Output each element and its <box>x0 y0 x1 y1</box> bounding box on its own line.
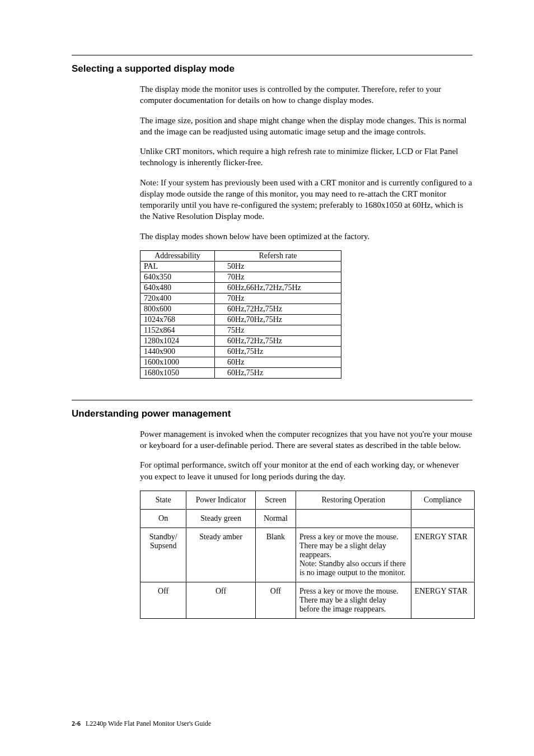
cell-addressability: 1440x900 <box>140 346 215 357</box>
cell-refresh: 60Hz,75Hz <box>215 367 341 378</box>
table-row: 1024x76860Hz,70Hz,75Hz <box>140 314 341 325</box>
section-power-mgmt-body: Power management is invoked when the com… <box>140 428 472 482</box>
display-modes-table: Addressability Refersh rate PAL50Hz 640x… <box>140 250 341 379</box>
cell-refresh: 50Hz <box>215 261 341 272</box>
cell-screen: Normal <box>255 509 296 528</box>
page-number: 2-6 <box>72 720 81 727</box>
power-management-table: State Power Indicator Screen Restoring O… <box>140 491 475 619</box>
cell-power-indicator: Steady green <box>186 509 256 528</box>
table-row: 800x60060Hz,72Hz,75Hz <box>140 304 341 314</box>
cell-refresh: 70Hz <box>215 272 341 282</box>
cell-compliance: ENERGY STAR <box>411 582 474 618</box>
cell-addressability: PAL <box>140 261 215 272</box>
table-row: On Steady green Normal <box>140 509 475 528</box>
header-addressability: Addressability <box>140 250 215 261</box>
paragraph: For optimal performance, switch off your… <box>140 459 472 482</box>
table-header-row: State Power Indicator Screen Restoring O… <box>140 491 475 509</box>
footer-title: L2240p Wide Flat Panel Monitor User's Gu… <box>86 720 211 727</box>
header-power-indicator: Power Indicator <box>186 491 256 509</box>
cell-addressability: 640x350 <box>140 272 215 282</box>
cell-refresh: 60Hz,66Hz,72Hz,75Hz <box>215 282 341 293</box>
cell-screen: Off <box>255 582 296 618</box>
cell-addressability: 1280x1024 <box>140 335 215 346</box>
cell-addressability: 720x400 <box>140 293 215 304</box>
cell-state: On <box>140 509 186 528</box>
table-row: 1680x105060Hz,75Hz <box>140 367 341 378</box>
paragraph: Unlike CRT monitors, which require a hig… <box>140 146 472 169</box>
header-state: State <box>140 491 186 509</box>
divider-top <box>72 55 472 55</box>
table-row: Standby/ Supsend Steady amber Blank Pres… <box>140 528 475 582</box>
header-compliance: Compliance <box>411 491 474 509</box>
cell-refresh: 70Hz <box>215 293 341 304</box>
cell-power-indicator: Steady amber <box>186 528 256 582</box>
cell-power-indicator: Off <box>186 582 256 618</box>
cell-addressability: 1680x1050 <box>140 367 215 378</box>
table-row: 640x35070Hz <box>140 272 341 282</box>
cell-addressability: 800x600 <box>140 304 215 314</box>
table-header-row: Addressability Refersh rate <box>140 250 341 261</box>
paragraph: The image size, position and shape might… <box>140 115 472 138</box>
header-refresh-rate: Refersh rate <box>215 250 341 261</box>
cell-addressability: 640x480 <box>140 282 215 293</box>
paragraph: Power management is invoked when the com… <box>140 428 472 451</box>
cell-restoring-operation <box>296 509 411 528</box>
page-footer: 2-6 L2240p Wide Flat Panel Monitor User'… <box>72 720 211 728</box>
cell-restoring-operation: Press a key or move the mouse. There may… <box>296 528 411 582</box>
cell-refresh: 60Hz,75Hz <box>215 346 341 357</box>
table-row: 1600x100060Hz <box>140 357 341 367</box>
cell-state: Off <box>140 582 186 618</box>
cell-state: Standby/ Supsend <box>140 528 186 582</box>
section-power-mgmt-title: Understanding power management <box>72 408 472 419</box>
cell-refresh: 60Hz <box>215 357 341 367</box>
table-row: 1152x86475Hz <box>140 325 341 335</box>
cell-refresh: 60Hz,70Hz,75Hz <box>215 314 341 325</box>
paragraph: Note: If your system has previously been… <box>140 177 472 222</box>
divider-mid <box>72 400 472 400</box>
table-row: Off Off Off Press a key or move the mous… <box>140 582 475 618</box>
cell-screen: Blank <box>255 528 296 582</box>
paragraph: The display mode the monitor uses is con… <box>140 83 472 106</box>
paragraph: The display modes shown below have been … <box>140 231 472 242</box>
table-row: 640x48060Hz,66Hz,72Hz,75Hz <box>140 282 341 293</box>
section-display-mode-body: The display mode the monitor uses is con… <box>140 83 472 242</box>
cell-restoring-operation: Press a key or move the mouse. There may… <box>296 582 411 618</box>
header-screen: Screen <box>255 491 296 509</box>
cell-addressability: 1600x1000 <box>140 357 215 367</box>
section-display-mode-title: Selecting a supported display mode <box>72 63 472 74</box>
table-row: PAL50Hz <box>140 261 341 272</box>
table-row: 1280x102460Hz,72Hz,75Hz <box>140 335 341 346</box>
cell-compliance <box>411 509 474 528</box>
cell-addressability: 1152x864 <box>140 325 215 335</box>
table-row: 720x40070Hz <box>140 293 341 304</box>
cell-refresh: 60Hz,72Hz,75Hz <box>215 304 341 314</box>
cell-addressability: 1024x768 <box>140 314 215 325</box>
header-restoring-operation: Restoring Operation <box>296 491 411 509</box>
table-row: 1440x90060Hz,75Hz <box>140 346 341 357</box>
cell-refresh: 75Hz <box>215 325 341 335</box>
cell-compliance: ENERGY STAR <box>411 528 474 582</box>
cell-refresh: 60Hz,72Hz,75Hz <box>215 335 341 346</box>
